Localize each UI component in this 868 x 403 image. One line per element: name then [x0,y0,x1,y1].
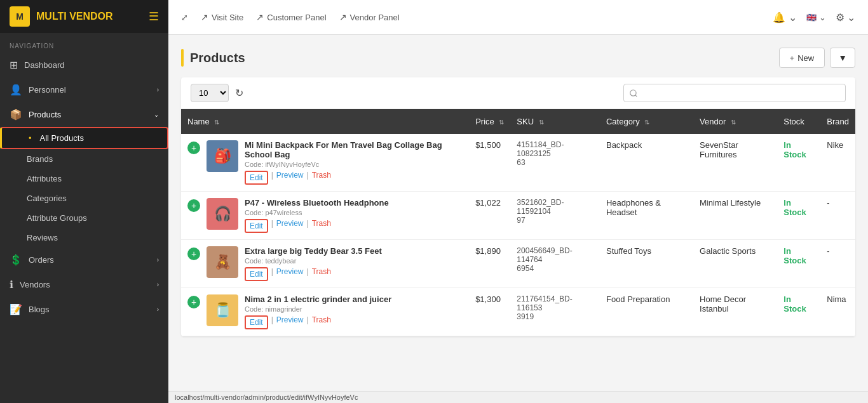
product-price-cell: $1,300 [469,288,510,336]
edit-link[interactable]: Edit [245,267,268,281]
per-page-select[interactable]: 10 25 50 100 [191,84,229,102]
sidebar-item-all-products[interactable]: All Products [0,127,168,149]
sku-sort-icon[interactable]: ⇅ [539,119,544,126]
product-brand-cell: - [820,240,855,288]
col-name: Name ⇅ [181,109,469,134]
brands-label: Brands [27,154,53,164]
search-input[interactable] [623,84,846,102]
product-vendor-cell: SevenStar Furnitures [693,134,777,192]
preview-link[interactable]: Preview [276,219,304,233]
nav-label: NAVIGATION [0,33,168,53]
edit-link[interactable]: Edit [245,171,268,185]
sidebar-item-label-orders: Orders [29,255,54,265]
product-details: Mi Mini Backpack For Men Travel Bag Coll… [245,140,463,185]
product-category-cell: Stuffed Toys [600,240,693,288]
trash-link[interactable]: Trash [312,267,331,281]
customer-panel-icon: ↗ [256,12,264,22]
sidebar-item-attributes[interactable]: Attributes [0,169,168,188]
visit-site-link[interactable]: ↗ Visit Site [201,12,243,22]
table-header-row: Name ⇅ Price ⇅ SKU ⇅ Category ⇅ Vendor ⇅… [181,109,855,134]
product-row: + 🫙 Nima 2 in 1 electric grinder and jui… [187,294,463,329]
settings-gear[interactable]: ⚙ ⌄ [836,11,855,23]
sidebar-item-brands[interactable]: Brands [0,149,168,169]
table-row: + 🫙 Nima 2 in 1 electric grinder and jui… [181,288,855,336]
sidebar-item-products[interactable]: 📦 Products ⌄ [0,102,168,127]
product-code: Code: nimagrinder [245,305,463,313]
product-price-cell: $1,890 [469,240,510,288]
language-selector[interactable]: 🇬🇧 ⌄ [806,13,826,22]
vendors-arrow-icon: › [157,281,159,288]
product-price-cell: $1,500 [469,134,510,192]
sidebar-item-dashboard[interactable]: ⊞ Dashboard [0,53,168,77]
edit-link[interactable]: Edit [245,315,268,329]
products-table-container: 10 25 50 100 ↻ Name ⇅ Price ⇅ SKU ⇅ Cate… [181,77,855,336]
add-product-btn[interactable]: + [187,248,200,260]
sidebar-item-reviews[interactable]: Reviews [0,228,168,248]
product-vendor-cell: Home Decor Istanbul [693,288,777,336]
product-price-cell: $1,022 [469,192,510,240]
preview-link[interactable]: Preview [276,267,304,281]
product-brand-cell: - [820,192,855,240]
col-stock: Stock [777,109,820,134]
col-price: Price ⇅ [469,109,510,134]
stock-status: In Stock [783,140,806,159]
product-row: + 🎧 P47 - Wireless Bluetooth Headphone C… [187,198,463,233]
product-action-links: Edit | Preview | Trash [245,315,463,329]
preview-link[interactable]: Preview [276,315,304,329]
sidebar-logo: M MULTI VENDOR ☰ [0,0,168,33]
topbar-right: 🔔 ⌄ 🇬🇧 ⌄ ⚙ ⌄ [773,11,855,23]
add-product-btn[interactable]: + [187,199,200,212]
refresh-button[interactable]: ↻ [235,87,243,99]
trash-link[interactable]: Trash [312,219,331,233]
sidebar-item-orders[interactable]: 💲 Orders › [0,248,168,272]
product-stock-cell: In Stock [777,192,820,240]
product-category-cell: Backpack [600,134,693,192]
product-thumbnail: 🫙 [207,294,238,326]
page-header: Products + New ▼ [181,48,855,68]
product-category-cell: Headphones & Headset [600,192,693,240]
blogs-icon: 📝 [10,303,22,315]
main-area: ⤢ ↗ Visit Site ↗ Customer Panel ↗ Vendor… [168,0,868,403]
product-thumbnail: 🧸 [207,246,238,278]
product-code: Code: teddybear [245,257,463,265]
page-title-wrap: Products [181,49,245,67]
edit-link[interactable]: Edit [245,219,268,233]
sidebar-item-categories[interactable]: Categories [0,188,168,208]
product-sku-cell: 4151184_BD-10823125 63 [510,134,600,192]
notification-bell[interactable]: 🔔 ⌄ [773,11,796,23]
vendor-panel-link[interactable]: ↗ Vendor Panel [339,12,400,22]
status-url: localhost/multi-vendor/admin/product/edi… [175,393,358,401]
trash-link[interactable]: Trash [312,171,331,185]
product-title: Extra large big Teddy Bear 3.5 Feet [245,246,463,256]
trash-link[interactable]: Trash [312,315,331,329]
page-title: Products [190,51,245,65]
all-products-label: All Products [40,133,84,143]
price-sort-icon[interactable]: ⇅ [499,119,504,126]
attributes-label: Attributes [27,174,62,183]
sidebar-item-blogs[interactable]: 📝 Blogs › [0,297,168,322]
hamburger-icon[interactable]: ☰ [149,10,159,23]
customer-panel-link[interactable]: ↗ Customer Panel [256,12,326,22]
col-category: Category ⇅ [600,109,693,134]
add-product-btn[interactable]: + [187,142,200,154]
filter-button[interactable]: ▼ [830,48,855,68]
expand-icon-btn[interactable]: ⤢ [181,13,188,22]
product-name-cell: + 🎧 P47 - Wireless Bluetooth Headphone C… [181,192,469,240]
preview-link[interactable]: Preview [276,171,304,185]
category-sort-icon[interactable]: ⇅ [644,119,649,126]
sidebar-item-personnel[interactable]: 👤 Personnel › [0,77,168,102]
product-action-links: Edit | Preview | Trash [245,171,463,185]
name-sort-icon[interactable]: ⇅ [214,119,219,126]
product-name-cell: + 🧸 Extra large big Teddy Bear 3.5 Feet … [181,240,469,288]
product-sku-cell: 3521602_BD-11592104 97 [510,192,600,240]
product-name-cell: + 🫙 Nima 2 in 1 electric grinder and jui… [181,288,469,336]
sidebar-item-label-dashboard: Dashboard [24,60,65,70]
add-product-btn[interactable]: + [187,296,200,308]
logo-text: MULTI VENDOR [36,11,113,22]
blogs-arrow-icon: › [157,306,159,313]
vendors-icon: ℹ [10,279,13,291]
new-product-button[interactable]: + New [779,48,825,68]
vendor-sort-icon[interactable]: ⇅ [731,119,736,126]
sidebar-item-attribute-groups[interactable]: Attribute Groups [0,208,168,228]
sidebar-item-vendors[interactable]: ℹ Vendors › [0,272,168,297]
